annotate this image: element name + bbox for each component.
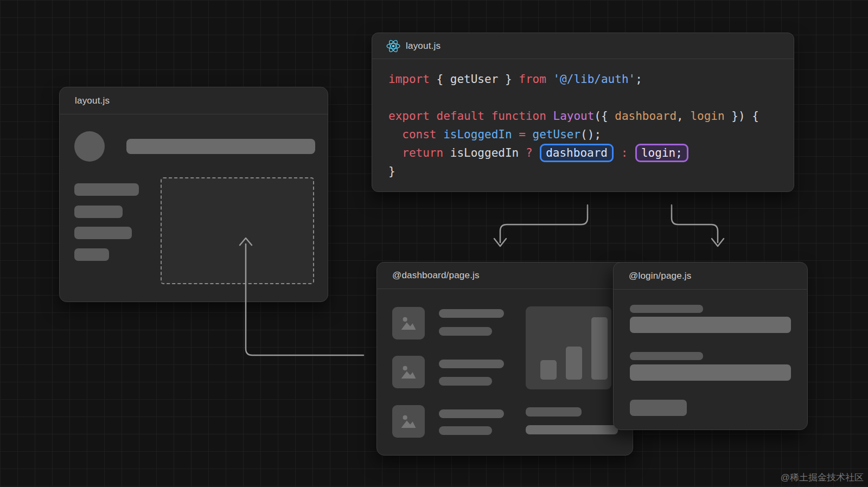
- window-title: layout.js: [406, 41, 441, 52]
- arrow-login-head: [712, 239, 724, 246]
- code-window: layout.js import { getUser } from '@/lib…: [372, 33, 794, 192]
- form-button-placeholder: [630, 400, 687, 416]
- window-title: layout.js: [75, 95, 110, 106]
- image-thumb-placeholder: [392, 405, 425, 438]
- sidebar-placeholder-bar: [74, 227, 132, 239]
- text-placeholder-bar: [439, 426, 492, 435]
- window-header: layout.js: [372, 33, 794, 59]
- image-thumb-placeholder: [392, 356, 425, 388]
- form-label-placeholder: [630, 352, 703, 360]
- arrow-dashboard-line: [500, 205, 588, 242]
- window-title: @dashboard/page.js: [392, 270, 480, 281]
- arrow-dashboard-head: [494, 239, 506, 246]
- arrow-login-line: [672, 205, 718, 242]
- diagram-canvas: layout.js: [0, 0, 868, 487]
- text-placeholder-bar: [439, 377, 492, 386]
- code-block: import { getUser } from '@/lib/auth'; ex…: [372, 59, 794, 181]
- text-placeholder-bar: [439, 327, 492, 336]
- text-placeholder-bar: [526, 407, 582, 416]
- form-label-placeholder: [630, 305, 703, 313]
- sidebar-placeholder-bar: [74, 248, 109, 261]
- react-icon: [386, 39, 400, 53]
- form-input-placeholder: [630, 317, 791, 333]
- chart-bar: [540, 360, 557, 380]
- sidebar-placeholder-bar: [74, 206, 123, 218]
- bar-chart-placeholder: [526, 306, 611, 389]
- sidebar-placeholder-bar: [74, 183, 139, 196]
- form-input-placeholder: [630, 364, 791, 381]
- text-placeholder-bar: [526, 425, 618, 434]
- window-header: layout.js: [60, 87, 328, 114]
- image-icon: [398, 313, 419, 334]
- window-title: @login/page.js: [629, 271, 692, 281]
- avatar-placeholder: [74, 131, 105, 162]
- layout-wireframe-window: layout.js: [59, 87, 328, 302]
- text-placeholder-bar: [439, 409, 504, 418]
- image-icon: [398, 411, 419, 432]
- window-header: @dashboard/page.js: [377, 262, 633, 289]
- login-page-window: @login/page.js: [613, 262, 808, 430]
- slot-dashed-placeholder: [161, 177, 314, 284]
- image-thumb-placeholder: [392, 307, 425, 339]
- watermark-text: @稀土掘金技术社区: [781, 471, 864, 484]
- chart-bar: [566, 347, 582, 380]
- image-icon: [398, 362, 419, 382]
- dashboard-page-window: @dashboard/page.js: [376, 262, 633, 456]
- text-placeholder-bar: [439, 309, 504, 318]
- window-header: @login/page.js: [614, 262, 807, 290]
- navbar-placeholder-bar: [126, 139, 315, 154]
- text-placeholder-bar: [439, 360, 504, 368]
- chart-bar: [591, 317, 608, 380]
